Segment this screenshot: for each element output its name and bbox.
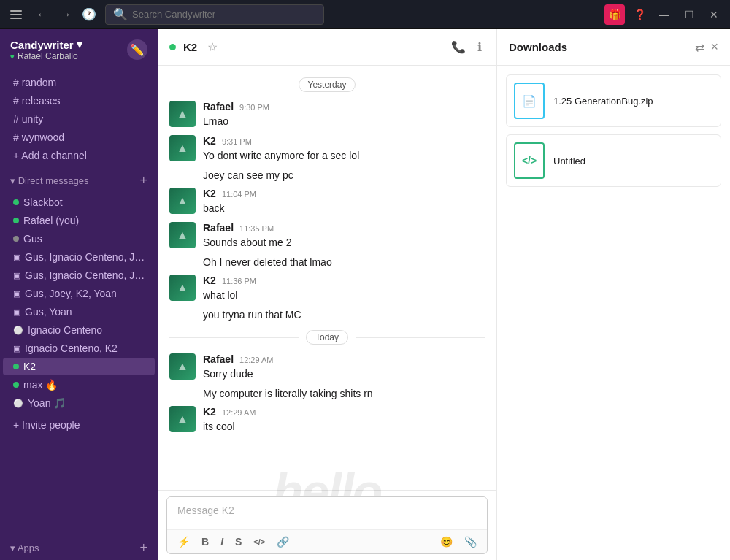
help-button[interactable]: ❓ [629,4,650,25]
lightning-button[interactable]: ⚡ [173,533,194,551]
hamburger-menu[interactable] [6,6,26,23]
message-text: Yo dont write anymore for a sec lol [203,148,485,164]
message-continuation: you tryna run that MC [158,306,496,324]
message-content: Rafael 11:35 PM Sounds about me 2 [203,222,485,250]
message-group: K2 9:31 PM Yo dont write anymore for a s… [158,132,496,166]
invite-people-button[interactable]: + Invite people [3,416,155,434]
dm-max[interactable]: max 🔥 [3,376,155,394]
emoji-button[interactable]: 😊 [436,533,457,551]
avatar [169,101,196,127]
message-author: Rafael [203,101,234,112]
messages-area[interactable]: Yesterday Rafael 9:30 PM Lmao 😊 💬 ↪ 🔖 [158,66,496,490]
dm-section-header[interactable]: ▾ Direct messages + [0,168,158,190]
message-time: 12:29 AM [239,356,273,364]
workspace-header[interactable]: Candywriter ▾ ♥ Rafael Carballo ✏️ [0,29,158,70]
dm-yoan[interactable]: ⚪ Yoan 🎵 [3,394,155,412]
message-time: 11:35 PM [239,224,274,233]
offline-indicator [13,236,19,242]
message-content: K2 12:29 AM its cool [203,406,485,434]
dm-ignacio[interactable]: ⚪ Ignacio Centeno [3,321,155,339]
message-author: Rafael [203,353,234,365]
close-button[interactable]: ✕ [704,4,724,25]
message-time: 11:36 PM [222,277,256,285]
message-group: Rafael 12:29 AM Sorry dude [158,350,496,385]
online-dot [169,44,176,50]
dm-gus-ignacio-2[interactable]: ▣ Gus, Ignacio Centeno, J… [3,266,155,284]
avatar [169,135,196,161]
downloads-title: Downloads [509,41,689,53]
close-downloads-button[interactable]: × [710,39,718,55]
sidebar-item-releases[interactable]: # releases [3,92,155,110]
add-channel-button[interactable]: + Add a channel [3,147,155,164]
bold-button[interactable]: B [197,533,213,551]
message-text: Sounds about me 2 [203,235,485,250]
threaded-icon-button[interactable]: ⇄ [695,40,704,54]
chevron-down-icon: ▾ [77,38,82,51]
message-content: K2 9:31 PM Yo dont write anymore for a s… [203,135,485,164]
message-text: back [203,201,485,216]
message-author: Rafael [203,222,234,234]
person-icon: ⚪ [13,326,23,335]
avatar [169,188,196,214]
code-button[interactable]: </> [249,534,269,549]
download-item: 📄 1.25 GenerationBug.zip [506,74,721,127]
message-time: 11:04 PM [222,190,256,199]
svg-text:📄: 📄 [522,94,537,108]
titlebar: ← → 🕐 🔍 🎁 ❓ — ☐ ✕ [0,0,730,29]
add-app-button[interactable]: + [139,541,147,554]
link-button[interactable]: 🔗 [272,533,293,551]
code-file-icon: </> [514,142,545,179]
gift-button[interactable]: 🎁 [604,4,625,25]
sidebar-item-random[interactable]: # random [3,74,155,91]
dm-k2[interactable]: K2 [3,358,155,375]
sidebar-item-unity[interactable]: # unity [3,110,155,128]
message-time: 9:31 PM [222,137,252,146]
avatar [169,275,196,301]
message-time: 12:29 AM [222,408,256,417]
input-toolbar: ⚡ B I S </> 🔗 😊 📎 [167,529,487,553]
attach-button[interactable]: 📎 [460,533,481,551]
search-bar[interactable]: 🔍 [105,4,324,25]
search-icon: 🔍 [113,7,128,21]
workspace-name: Candywriter ▾ [10,38,82,51]
apps-section-header[interactable]: ▾ Apps + [0,535,158,557]
message-content: Rafael 9:30 PM Lmao [203,101,485,129]
dm-rafael[interactable]: Rafael (you) [3,212,155,229]
search-input[interactable] [132,9,316,20]
italic-button[interactable]: I [216,533,228,551]
dm-gus-joey[interactable]: ▣ Gus, Joey, K2, Yoan [3,285,155,302]
message-time: 9:30 PM [239,103,269,112]
dm-gus-yoan[interactable]: ▣ Gus, Yoan [3,303,155,321]
dms-section: Slackbot Rafael (you) Gus ▣ Gus, Ignacio… [0,190,158,415]
history-button[interactable]: 🕐 [79,4,99,25]
downloads-header: Downloads ⇄ × [497,29,730,66]
message-author: K2 [203,406,216,418]
file-name: 1.25 GenerationBug.zip [553,96,653,107]
message-group: Rafael 9:30 PM Lmao 😊 💬 ↪ 🔖 ⋯ [158,98,496,132]
dm-gus[interactable]: Gus [3,230,155,248]
channels-section: # random # releases # unity # wynwood + … [0,70,158,168]
message-continuation: Oh I never deleted that lmao [158,253,496,272]
maximize-button[interactable]: ☐ [679,4,699,25]
date-divider-today: Today [158,324,496,350]
downloads-panel: Downloads ⇄ × 📄 1.25 GenerationBug.zip <… [496,29,730,560]
star-button[interactable]: ☆ [204,37,220,57]
dm-slackbot[interactable]: Slackbot [3,193,155,211]
forward-button[interactable]: → [55,4,76,25]
file-name: Untitled [553,156,585,166]
add-dm-button[interactable]: + [139,174,147,187]
strikethrough-button[interactable]: S [231,533,246,551]
group-icon: ▣ [13,307,20,317]
minimize-button[interactable]: — [654,4,675,25]
message-text: Sorry dude [203,367,485,382]
dm-ignacio-k2[interactable]: ▣ Ignacio Centeno, K2 [3,340,155,357]
compose-button[interactable]: ✏️ [127,39,147,60]
back-button[interactable]: ← [32,4,53,25]
dm-gus-ignacio-1[interactable]: ▣ Gus, Ignacio Centeno, J… [3,248,155,266]
sidebar-item-wynwood[interactable]: # wynwood [3,129,155,146]
info-button[interactable]: ℹ [474,37,485,57]
call-button[interactable]: 📞 [448,37,469,57]
message-input[interactable] [167,497,487,526]
message-content: K2 11:04 PM back [203,188,485,216]
avatar [169,406,196,432]
